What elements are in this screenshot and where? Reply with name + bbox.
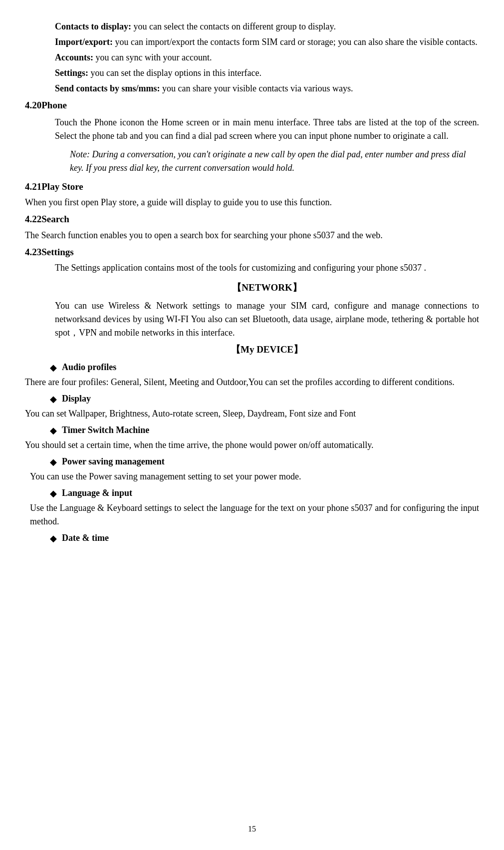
power-diamond-icon: ◆ [50,455,57,469]
audio-profiles-body: There are four profiles: General, Silent… [25,376,479,389]
timer-switch-item: ◆ Timer Switch Machine [25,424,479,437]
settings-body: The Settings application contains most o… [25,261,479,275]
note-block: Note: During a conversation, you can't o… [25,148,479,175]
power-saving-body: You can use the Power saving management … [25,470,479,483]
contacts-display-label: Contacts to display: [55,21,131,31]
import-export-label: Import/export: [55,37,113,47]
accounts-label: Accounts: [55,52,93,62]
import-export-line: Import/export: you can import/export the… [25,35,479,49]
phone-body: Touch the Phone iconon the Home screen o… [25,116,479,143]
section-421-heading: 4.21Play Store [25,180,479,194]
date-diamond-icon: ◆ [50,532,57,545]
language-input-body: Use the Language & Keyboard settings to … [25,501,479,528]
mydevice-heading: 【My DEVICE】 [55,343,479,357]
date-time-label: Date & time [62,533,109,543]
power-saving-item: ◆ Power saving management [25,455,479,469]
language-diamond-icon: ◆ [50,487,57,500]
language-input-item: ◆ Language & input [25,486,479,500]
settings-label: Settings: [55,68,88,78]
power-saving-label: Power saving management [62,456,165,466]
section-420-heading: 4.20Phone [25,98,479,113]
timer-switch-label: Timer Switch Machine [62,425,149,435]
timer-switch-body: You should set a certain time, when the … [25,438,479,452]
import-export-text: you can import/export the contacts form … [113,37,478,47]
send-contacts-text: you can share your visible contacts via … [160,83,353,93]
contacts-display-text: you can select the contacts on different… [131,21,336,31]
network-heading: 【NETWORK】 [55,281,479,295]
network-body: You can use Wireless & Network settings … [25,299,479,340]
audio-diamond-icon: ◆ [50,361,57,375]
date-time-content: Date & time [62,531,109,545]
section-423-heading: 4.23Settings [25,245,479,260]
display-item: ◆ Display [25,392,479,406]
display-label: Display [62,394,91,404]
date-time-item: ◆ Date & time [25,531,479,545]
settings-text: you can set the display options in this … [88,68,261,78]
power-saving-content: Power saving management [62,455,165,468]
playstore-body: When you first open Play store, a guide … [25,196,479,209]
display-diamond-icon: ◆ [50,393,57,406]
page: Contacts to display: you can select the … [0,0,504,850]
section-422-heading: 4.22Search [25,212,479,227]
send-contacts-label: Send contacts by sms/mms: [55,83,160,93]
search-body: The Search function enables you to open … [25,229,479,242]
accounts-text: you can sync with your account. [93,52,212,62]
accounts-line: Accounts: you can sync with your account… [25,51,479,64]
settings-line: Settings: you can set the display option… [25,66,479,80]
audio-profiles-label: Audio profiles [62,362,116,372]
send-contacts-line: Send contacts by sms/mms: you can share … [25,82,479,95]
language-input-content: Language & input [62,486,132,500]
audio-profiles-content: Audio profiles [62,361,116,374]
display-body: You can set Wallpaper, Brightness, Auto-… [25,407,479,421]
display-content: Display [62,392,91,406]
page-number: 15 [0,823,504,835]
note-text: Note: During a conversation, you can't o… [70,149,466,173]
timer-diamond-icon: ◆ [50,424,57,437]
language-input-label: Language & input [62,488,132,498]
timer-switch-content: Timer Switch Machine [62,424,149,437]
audio-profiles-item: ◆ Audio profiles [25,361,479,375]
contacts-display-line: Contacts to display: you can select the … [25,20,479,33]
